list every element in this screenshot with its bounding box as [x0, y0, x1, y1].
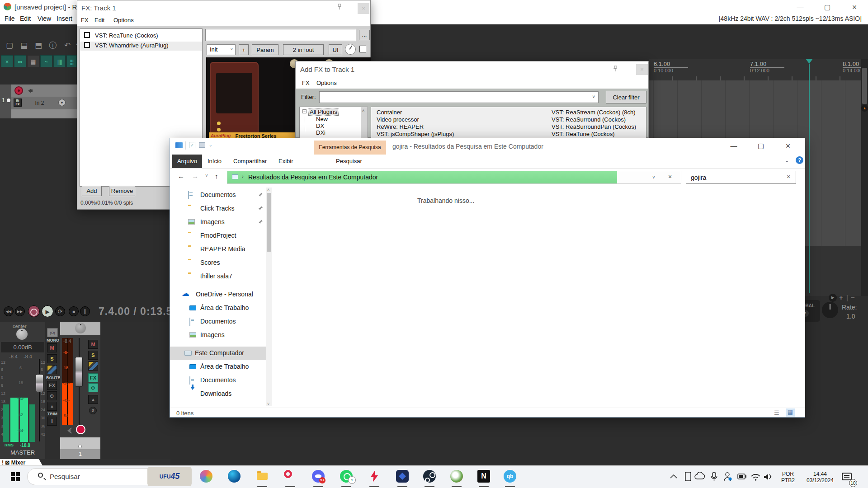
- scroll-up-icon[interactable]: ˄: [267, 188, 269, 192]
- master-fx-bypass-icon[interactable]: ⏻: [47, 391, 57, 400]
- pause-button[interactable]: ∥: [80, 306, 90, 316]
- track1-fx-button[interactable]: FX: [88, 373, 98, 382]
- file-explorer-icon[interactable]: [256, 470, 269, 483]
- plugin-results-list[interactable]: Container Video processor ReWire: REAPER…: [371, 107, 646, 138]
- sidebar-item-pc-area-de-trabalho[interactable]: Área de Trabalho: [170, 360, 266, 374]
- chevron-down-icon[interactable]: ˅: [592, 94, 595, 99]
- sidebar-item-thiller-sala7[interactable]: thiller sala7: [170, 270, 266, 283]
- tab-exibir[interactable]: Exibir: [278, 158, 293, 164]
- tab-arquivo[interactable]: Arquivo: [172, 155, 202, 168]
- project-settings-icon[interactable]: ⓘ: [47, 40, 59, 52]
- go-to-start-button[interactable]: ◀◀: [4, 306, 14, 316]
- edge-icon[interactable]: [228, 470, 241, 483]
- vertical-scrollbar-thumb[interactable]: [862, 68, 867, 104]
- repeat-button[interactable]: ⟳: [55, 306, 65, 316]
- crossfade-toggle-icon[interactable]: ×: [1, 55, 13, 67]
- item-grouping-icon[interactable]: ∞: [14, 55, 26, 67]
- sidebar-item-pc-documentos[interactable]: Documentos: [170, 374, 266, 387]
- preset-browse-button[interactable]: ...: [359, 30, 370, 40]
- master-info-button[interactable]: i: [47, 417, 57, 426]
- clear-filter-button[interactable]: Clear filter: [606, 91, 646, 103]
- up-icon[interactable]: ↑: [215, 172, 218, 180]
- qat-customize-icon[interactable]: ⌄: [209, 143, 212, 147]
- plugin-cell[interactable]: VST: ReaSurroundPan (Cockos): [552, 123, 636, 130]
- grid-lines-icon[interactable]: ||||: [53, 55, 66, 67]
- menu-view[interactable]: View: [38, 15, 51, 22]
- sidebar-scrollbar[interactable]: ˄ ˅: [266, 188, 272, 406]
- input-fx-button[interactable]: INFX: [14, 99, 22, 107]
- track1-select-dot[interactable]: [78, 445, 82, 448]
- ripple-edit-icon[interactable]: ▦: [27, 55, 39, 67]
- play-rate-icon[interactable]: ▶: [829, 294, 837, 302]
- plugin-cell[interactable]: VST: jsCompShaper (jsPlugs): [377, 131, 454, 137]
- sidebar-item-click-tracks[interactable]: Click Tracks: [170, 202, 266, 216]
- menu-file[interactable]: File: [5, 15, 15, 22]
- transport-time-display[interactable]: 7.4.00 / 0:13.5: [99, 305, 172, 318]
- scroll-down-icon[interactable]: ˅: [267, 402, 269, 406]
- open-project-icon[interactable]: ⬓: [18, 40, 30, 52]
- minimize-button[interactable]: —: [790, 2, 810, 13]
- address-stop-icon[interactable]: ×: [668, 173, 672, 180]
- ribbon-expand-icon[interactable]: ⌄: [785, 158, 789, 164]
- sidebar-item-onedrive[interactable]: ☁OneDrive - Personal: [170, 288, 266, 301]
- play-cursor-icon[interactable]: [806, 59, 813, 67]
- fx-plugin-row[interactable]: VST: ReaTune (Cockos): [80, 32, 202, 41]
- tab-compartilhar[interactable]: Compartilhar: [233, 158, 267, 164]
- sidebar-item-imagens[interactable]: Imagens: [170, 216, 266, 229]
- search-clear-icon[interactable]: ×: [787, 173, 790, 180]
- whatsapp-icon[interactable]: 1: [340, 470, 353, 483]
- play-button[interactable]: ▶: [42, 305, 53, 317]
- thumbnail-view-icon[interactable]: ▦: [786, 408, 795, 417]
- plugin-cell[interactable]: VST: ReaStream (Cockos) (8ch): [552, 109, 636, 116]
- clock[interactable]: 14:44 03/12/2024: [801, 471, 839, 483]
- tree-expander-icon[interactable]: −: [302, 109, 307, 113]
- fx-menu-options[interactable]: Options: [113, 17, 134, 23]
- close-button[interactable]: ×: [844, 2, 864, 13]
- search-tools-tab[interactable]: Ferramentas de Pesquisa: [314, 141, 386, 155]
- opera-icon[interactable]: [284, 470, 292, 478]
- master-folder-icon[interactable]: ▲: [47, 402, 57, 411]
- track-select-dot[interactable]: [7, 99, 10, 102]
- sidebar-item-documentos[interactable]: Documentos: [170, 188, 266, 202]
- scroll-up-icon[interactable]: ▲: [861, 105, 868, 112]
- search-box[interactable]: gojira ×: [686, 171, 796, 184]
- track1-fader[interactable]: [75, 357, 83, 387]
- master-pan-knob[interactable]: [16, 328, 28, 340]
- mono-button[interactable]: (O): [47, 328, 58, 337]
- filter-input[interactable]: ˅: [319, 91, 599, 103]
- qat-properties-icon[interactable]: ✓: [189, 142, 195, 148]
- fx-preset-field[interactable]: [205, 29, 356, 41]
- master-fader[interactable]: [36, 374, 43, 392]
- qbittorrent-icon[interactable]: qb: [504, 470, 516, 483]
- sidebar-item-este-computador[interactable]: Este Computador: [170, 347, 266, 360]
- copilot-icon[interactable]: [200, 470, 212, 483]
- snap-toggle-icon[interactable]: ¦¦¦: [66, 55, 77, 67]
- track1-pan-knob[interactable]: [75, 323, 86, 333]
- help-icon[interactable]: ?: [796, 156, 803, 164]
- tree-item-new[interactable]: New: [316, 116, 328, 122]
- reaper-taskbar-icon[interactable]: [450, 470, 463, 483]
- breadcrumb[interactable]: Resultados da Pesquisa em Este Computado…: [248, 174, 378, 181]
- track1-name[interactable]: 1: [60, 449, 100, 459]
- new-project-icon[interactable]: ▢: [4, 40, 15, 52]
- tree-item-dx[interactable]: DX: [316, 122, 324, 129]
- steam-icon[interactable]: [423, 470, 436, 483]
- notion-icon[interactable]: N: [477, 470, 490, 483]
- plus-button[interactable]: +: [239, 44, 249, 55]
- add-fx-button[interactable]: Add: [82, 186, 102, 196]
- zoom-out-button[interactable]: −: [851, 294, 855, 301]
- plugin-cell[interactable]: ReWire: REAPER: [377, 123, 424, 130]
- pin-icon[interactable]: [336, 3, 343, 10]
- remove-fx-button[interactable]: Remove: [109, 186, 135, 196]
- save-project-icon[interactable]: ⬒: [33, 40, 44, 52]
- search-input[interactable]: gojira: [691, 174, 706, 181]
- tree-item-dxi[interactable]: DXi: [316, 129, 326, 136]
- track1-recarm-button[interactable]: [76, 425, 85, 434]
- breadcrumb-chevron-icon[interactable]: ›: [242, 174, 244, 179]
- sidebar-item-od-documentos[interactable]: Documentos: [170, 315, 266, 328]
- maximize-button[interactable]: ▢: [817, 2, 837, 13]
- forward-icon[interactable]: →: [192, 172, 198, 180]
- sidebar-item-fmodproject[interactable]: FmodProject: [170, 229, 266, 243]
- track1-monitor-icon[interactable]: [64, 427, 71, 434]
- plugin-checkbox[interactable]: [84, 32, 90, 38]
